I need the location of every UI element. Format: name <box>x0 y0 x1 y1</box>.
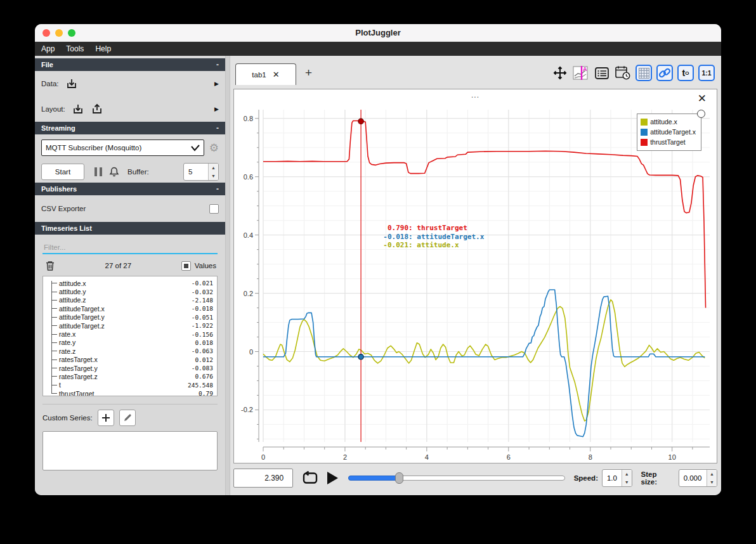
edit-custom-series-button[interactable] <box>119 410 136 426</box>
link-axes-icon[interactable] <box>656 65 673 81</box>
list-item[interactable]: thrustTarget0.79 <box>56 389 213 396</box>
list-item[interactable]: rate.x-0.156 <box>56 330 213 338</box>
sidebar: File - Data: ▶ Layout: <box>35 56 225 495</box>
list-item[interactable]: rate.z-0.063 <box>56 347 213 355</box>
values-checkbox[interactable] <box>181 261 191 271</box>
bell-icon[interactable] <box>108 166 120 178</box>
list-item[interactable]: t245.548 <box>56 381 213 389</box>
svg-text:0: 0 <box>261 453 265 461</box>
layout-export-icon[interactable] <box>91 103 103 115</box>
collapse-streaming-icon[interactable]: - <box>216 124 219 133</box>
data-import-icon[interactable] <box>65 77 78 90</box>
time-display[interactable]: 2.390 <box>233 469 293 488</box>
menu-help[interactable]: Help <box>95 44 111 53</box>
plot-close-icon[interactable]: ✕ <box>698 93 707 104</box>
series-value: -0.063 <box>192 347 213 354</box>
list-item[interactable]: attitude.x-0.021 <box>56 279 213 287</box>
custom-series-list[interactable] <box>42 431 218 470</box>
pan-zoom-icon[interactable] <box>552 65 568 81</box>
menu-tools[interactable]: Tools <box>66 44 84 53</box>
add-tab-button[interactable]: + <box>305 66 312 80</box>
slider-handle[interactable] <box>395 472 403 484</box>
filter-input[interactable] <box>42 242 218 253</box>
list-item[interactable]: rate.y0.018 <box>56 339 213 347</box>
list-item[interactable]: attitudeTarget.z-1.922 <box>56 321 213 330</box>
layout-label: Layout: <box>41 105 65 113</box>
series-value: 0.018 <box>195 339 213 346</box>
list-item[interactable]: attitudeTarget.y-0.051 <box>56 313 213 321</box>
svg-text:0.4: 0.4 <box>244 231 253 239</box>
timeseries-list[interactable]: attitude.x-0.021attitude.y-0.032attitude… <box>42 276 218 396</box>
values-label: Values <box>195 262 216 269</box>
list-item[interactable]: ratesTarget.z0.676 <box>56 372 213 380</box>
app-window: PlotJuggler App Tools Help File - Data: <box>35 24 721 495</box>
spin-up-icon[interactable]: ▲ <box>209 164 218 172</box>
data-menu-arrow-icon[interactable]: ▶ <box>214 81 219 87</box>
series-name: ratesTarget.x <box>56 356 98 363</box>
list-view-icon[interactable] <box>594 65 610 81</box>
series-value: 0.79 <box>199 390 213 396</box>
plot-canvas[interactable]: -0.200.20.40.60.802468100.790 : thrustTa… <box>235 106 715 461</box>
list-item[interactable]: attitude.z-2.148 <box>56 296 213 304</box>
menu-app[interactable]: App <box>41 44 55 53</box>
buffer-spinbox[interactable]: 5 ▲▼ <box>183 163 219 181</box>
calendar-clock-icon[interactable] <box>615 65 631 81</box>
pause-icon[interactable] <box>94 167 102 176</box>
trash-icon[interactable] <box>45 260 55 271</box>
title-bar: PlotJuggler <box>35 24 721 42</box>
svg-text:: attitudeTarget.x: : attitudeTarget.x <box>408 233 485 241</box>
loop-icon[interactable] <box>302 471 318 485</box>
pencil-icon <box>123 413 132 422</box>
layout-menu-arrow-icon[interactable]: ▶ <box>214 106 219 112</box>
collapse-file-icon[interactable]: - <box>216 60 219 69</box>
svg-text:-0.018: -0.018 <box>383 233 408 241</box>
plot-widget[interactable]: ... ✕ -0.200.20.40.60.802468100.790 : th… <box>233 89 717 463</box>
svg-text:4: 4 <box>425 453 429 461</box>
step-size-spinbox[interactable]: 0.000 ▲▼ <box>679 469 717 487</box>
add-custom-series-button[interactable] <box>98 410 114 426</box>
plot-legend[interactable]: attitude.x attitudeTarget.x thrustTarget <box>637 113 701 151</box>
spin-up-icon[interactable]: ▲ <box>622 470 632 478</box>
panel-splitter[interactable] <box>225 56 230 495</box>
svg-text:: thrustTarget: : thrustTarget <box>408 224 467 232</box>
spin-down-icon[interactable]: ▼ <box>209 172 218 180</box>
tab-close-icon[interactable]: ✕ <box>273 70 280 79</box>
list-item[interactable]: ratesTarget.x0.012 <box>56 356 213 364</box>
collapse-publishers-icon[interactable]: - <box>216 185 219 193</box>
svg-text:: attitude.x: : attitude.x <box>408 241 459 249</box>
csv-exporter-checkbox[interactable] <box>209 204 219 214</box>
streaming-source-select[interactable]: MQTT Subscriber (Mosquitto) <box>41 139 204 156</box>
legend-drag-handle-icon[interactable] <box>697 110 705 118</box>
spin-up-icon[interactable]: ▲ <box>707 470 717 478</box>
spin-down-icon[interactable]: ▼ <box>622 478 632 486</box>
legend-item[interactable]: attitudeTarget.x <box>641 127 696 137</box>
streaming-section-header[interactable]: Streaming - <box>35 122 225 134</box>
plot-toolbar: A <box>552 65 715 81</box>
tab-bar: tab1 ✕ + <box>230 56 721 86</box>
spin-down-icon[interactable]: ▼ <box>707 478 717 486</box>
list-item[interactable]: attitude.y-0.032 <box>56 287 213 295</box>
timeline-slider[interactable] <box>348 472 564 484</box>
legend-item[interactable]: attitude.x <box>641 117 696 127</box>
series-value: -0.021 <box>192 280 213 287</box>
svg-text:0.790: 0.790 <box>388 224 408 232</box>
layout-import-icon[interactable] <box>72 103 84 115</box>
series-value: 245.548 <box>188 382 213 389</box>
publishers-section-header[interactable]: Publishers - <box>35 183 225 195</box>
file-section-header[interactable]: File - <box>35 58 225 71</box>
gear-icon[interactable]: ⚙ <box>209 141 219 155</box>
tab-tab1[interactable]: tab1 ✕ <box>235 63 296 85</box>
time-offset-icon[interactable]: tO <box>677 65 694 81</box>
list-item[interactable]: attitudeTarget.x-0.018 <box>56 304 213 313</box>
plot-splitter-dots[interactable]: ... <box>234 91 717 100</box>
start-button[interactable]: Start <box>41 164 84 180</box>
speed-spinbox[interactable]: 1.0 ▲▼ <box>602 469 632 487</box>
play-icon[interactable] <box>327 472 338 484</box>
timeseries-section-header[interactable]: Timeseries List <box>35 222 225 235</box>
legend-item[interactable]: thrustTarget <box>641 137 696 147</box>
series-name: attitude.x <box>56 280 86 287</box>
list-item[interactable]: ratesTarget.y-0.083 <box>56 364 213 372</box>
grid-view-icon[interactable] <box>635 65 652 81</box>
ratio-one-to-one-icon[interactable]: 1:1 <box>698 65 715 81</box>
curve-tracker-icon[interactable]: A <box>573 65 589 81</box>
